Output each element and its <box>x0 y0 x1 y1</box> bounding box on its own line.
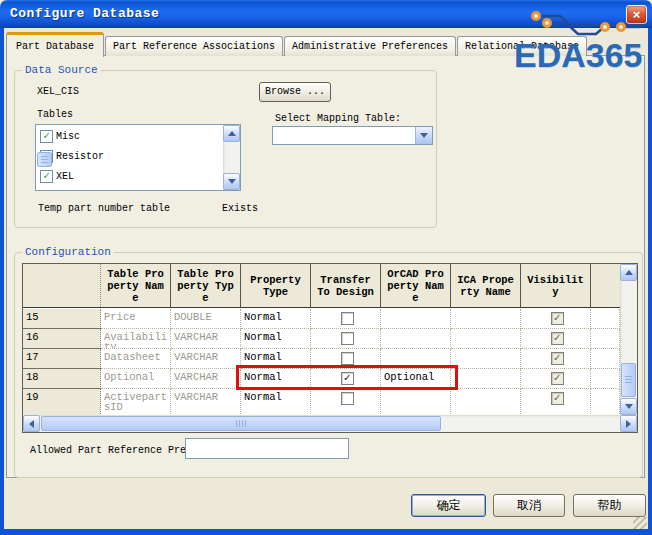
grid-header-row: Table Property Name Table Property Type … <box>23 264 620 308</box>
cell-table-property-type[interactable]: VARCHAR <box>171 349 241 369</box>
combobox-drop-button[interactable] <box>415 127 432 144</box>
cell-transfer-to-design[interactable] <box>311 329 381 349</box>
visibility-checkbox[interactable] <box>551 332 564 345</box>
select-mapping-table-label: Select Mapping Table: <box>275 113 401 124</box>
tab-relational-database[interactable]: Relational Database <box>457 36 587 56</box>
cell-table-property-type[interactable]: VARCHAR <box>171 369 241 389</box>
scroll-down-button[interactable] <box>620 398 637 415</box>
visibility-checkbox[interactable] <box>551 352 564 365</box>
cancel-button[interactable]: 取消 <box>493 494 565 517</box>
cell-property-type[interactable]: Normal <box>241 389 311 415</box>
cell-orcad-property-name[interactable] <box>381 309 451 329</box>
highlight-rectangle <box>236 365 458 390</box>
help-button[interactable]: 帮助 <box>573 494 646 517</box>
cell-visibility[interactable] <box>521 329 591 349</box>
cell-transfer-to-design[interactable] <box>311 389 381 415</box>
tab-part-database[interactable]: Part Database <box>6 32 104 57</box>
cell-filler <box>591 389 620 415</box>
cell-table-property-type[interactable]: DOUBLE <box>171 309 241 329</box>
cell-table-property-name[interactable]: Price <box>101 309 171 329</box>
tables-label: Tables <box>37 109 73 120</box>
cell-ica-property-name[interactable] <box>451 349 521 369</box>
row-header-cell[interactable]: 15 <box>23 309 101 329</box>
transfer-checkbox[interactable] <box>341 352 354 365</box>
cell-table-property-type[interactable]: VARCHAR <box>171 329 241 349</box>
tab-administrative-preferences[interactable]: Administrative Preferences <box>284 36 456 56</box>
cell-visibility[interactable] <box>521 389 591 415</box>
cell-filler <box>591 309 620 329</box>
resize-grip[interactable] <box>633 517 647 529</box>
configuration-grid: Table Property Name Table Property Type … <box>22 263 638 433</box>
browse-button[interactable]: Browse ... <box>259 82 331 102</box>
configuration-legend: Configuration <box>22 246 114 258</box>
cell-orcad-property-name[interactable] <box>381 389 451 415</box>
cell-ica-property-name[interactable] <box>451 369 521 389</box>
up-arrow-icon <box>228 131 236 136</box>
table-checkbox[interactable] <box>40 130 53 143</box>
cell-table-property-name[interactable]: Optional <box>101 369 171 389</box>
column-header-orcad-property-name: OrCAD Property Name <box>381 264 451 307</box>
column-header-table-property-name: Table Property Name <box>101 264 171 307</box>
column-header-visibility: Visibility <box>521 264 591 307</box>
transfer-checkbox[interactable] <box>341 392 354 405</box>
cell-transfer-to-design[interactable] <box>311 309 381 329</box>
right-arrow-icon <box>626 420 631 428</box>
cell-filler <box>591 329 620 349</box>
scroll-thumb[interactable] <box>41 416 441 431</box>
cell-table-property-name[interactable]: Datasheet <box>101 349 171 369</box>
scroll-thumb[interactable] <box>621 363 636 397</box>
database-name-label: XEL_CIS <box>37 86 79 97</box>
cell-visibility[interactable] <box>521 369 591 389</box>
cell-visibility[interactable] <box>521 349 591 369</box>
cell-table-property-name[interactable]: Availability <box>101 329 171 349</box>
tables-listbox[interactable]: Misc Resistor XEL <box>35 124 241 191</box>
tab-strip: Part Database Part Reference Association… <box>6 31 588 56</box>
row-header-cell[interactable]: 16 <box>23 329 101 349</box>
visibility-checkbox[interactable] <box>551 392 564 405</box>
cell-property-type[interactable]: Normal <box>241 309 311 329</box>
ok-button[interactable]: 确定 <box>411 494 486 517</box>
scroll-up-button[interactable] <box>620 264 637 281</box>
table-row[interactable]: 16 Availability VARCHAR Normal <box>23 329 620 349</box>
column-header-filler <box>591 264 620 307</box>
cell-ica-property-name[interactable] <box>451 309 521 329</box>
scroll-up-button[interactable] <box>223 125 240 142</box>
tab-part-reference-associations[interactable]: Part Reference Associations <box>105 36 283 56</box>
table-row[interactable]: 15 Price DOUBLE Normal <box>23 309 620 329</box>
cell-property-type[interactable]: Normal <box>241 329 311 349</box>
left-arrow-icon <box>29 420 34 428</box>
list-item[interactable]: XEL <box>40 168 74 184</box>
cell-filler <box>591 349 620 369</box>
window-border-left <box>0 28 4 530</box>
cell-orcad-property-name[interactable] <box>381 329 451 349</box>
allowed-prefixes-input[interactable] <box>185 438 349 459</box>
row-header-cell[interactable]: 18 <box>23 369 101 389</box>
cell-ica-property-name[interactable] <box>451 329 521 349</box>
scroll-down-button[interactable] <box>223 173 240 190</box>
column-header-blank <box>23 264 101 307</box>
table-item-label: Misc <box>56 131 80 142</box>
visibility-checkbox[interactable] <box>551 312 564 325</box>
scroll-left-button[interactable] <box>23 415 40 432</box>
mapping-table-combobox[interactable] <box>272 126 433 145</box>
cell-ica-property-name[interactable] <box>451 389 521 415</box>
table-checkbox[interactable] <box>40 170 53 183</box>
column-header-table-property-type: Table Property Type <box>171 264 241 307</box>
close-button[interactable]: × <box>626 5 647 24</box>
list-item[interactable]: Misc <box>40 128 80 144</box>
configure-database-dialog: Configure Database × Part Database Part … <box>0 0 652 535</box>
cell-visibility[interactable] <box>521 309 591 329</box>
up-arrow-icon <box>625 270 633 275</box>
scroll-thumb[interactable] <box>37 152 52 167</box>
cell-table-property-name[interactable]: ActivepartsID <box>101 389 171 415</box>
row-header-cell[interactable]: 17 <box>23 349 101 369</box>
scroll-right-button[interactable] <box>620 415 637 432</box>
cell-table-property-type[interactable]: VARCHAR <box>171 389 241 415</box>
row-header-cell[interactable]: 19 <box>23 389 101 415</box>
table-row[interactable]: 19 ActivepartsID VARCHAR Normal <box>23 389 620 415</box>
data-source-legend: Data Source <box>22 64 101 76</box>
transfer-checkbox[interactable] <box>341 312 354 325</box>
visibility-checkbox[interactable] <box>551 372 564 385</box>
window-border-bottom <box>0 529 652 535</box>
transfer-checkbox[interactable] <box>341 332 354 345</box>
